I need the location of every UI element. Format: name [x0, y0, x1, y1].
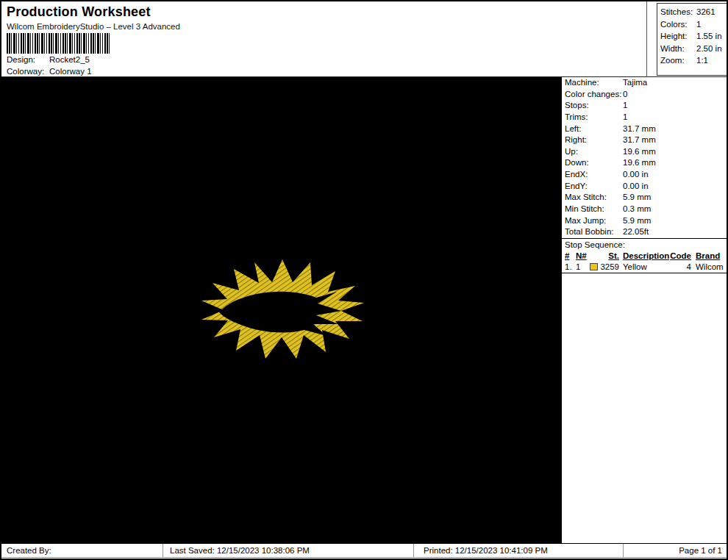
col-num: #	[565, 251, 576, 262]
thread-color-swatch	[590, 263, 598, 270]
info-stops: Stops:1	[562, 100, 727, 112]
design-value: Rocket2_5	[49, 55, 90, 64]
machine-info-panel: Machine:Tajima Color changes:0 Stops:1 T…	[561, 77, 727, 543]
info-right: Right:31.7 mm	[562, 134, 727, 146]
design-label: Design:	[7, 55, 49, 64]
stat-colors: Colors:1	[660, 18, 727, 31]
colorway-value: Colorway 1	[49, 67, 92, 76]
info-total-bobbin: Total Bobbin:22.05ft	[562, 226, 727, 238]
info-left: Left:31.7 mm	[562, 123, 727, 135]
page-number: Page 1 of 1	[624, 544, 727, 558]
colorway-label: Colorway:	[7, 67, 49, 76]
thread-brand: Wilcom	[691, 262, 724, 273]
stat-height: Height:1.55 in	[660, 30, 727, 43]
production-worksheet-page: Production Worksheet Wilcom EmbroiderySt…	[0, 0, 728, 560]
info-down: Down:19.6 mm	[562, 157, 727, 169]
col-stitches: St.	[590, 251, 619, 262]
col-description: Description	[619, 251, 670, 262]
header-divider	[646, 1, 647, 77]
stitch-canvas	[1, 77, 561, 543]
stat-width: Width:2.50 in	[660, 43, 727, 55]
stop-sequence-title: Stop Sequence:	[562, 239, 727, 251]
stat-zoom: Zoom:1:1	[660, 54, 727, 67]
stop-sequence-row: 1. 1 3259 Yellow 4 Wilcom	[562, 262, 727, 273]
info-machine: Machine:Tajima	[562, 77, 727, 89]
info-min-stitch: Min Stitch:0.3 mm	[562, 204, 727, 215]
software-subtitle: Wilcom EmbroideryStudio – Level 3 Advanc…	[7, 22, 180, 31]
col-code: Code	[670, 251, 691, 262]
info-max-stitch: Max Stitch:5.9 mm	[562, 192, 727, 204]
col-brand: Brand	[691, 251, 720, 262]
design-barcode	[7, 33, 110, 54]
info-up: Up:19.6 mm	[562, 146, 727, 158]
info-max-jump: Max Jump:5.9 mm	[562, 215, 727, 227]
printed: Printed: 12/15/2023 10:41:09 PM	[414, 544, 624, 558]
embroidery-design-rocket	[197, 258, 368, 361]
design-name-row: Design: Rocket2_5	[7, 55, 90, 64]
info-endx: EndX:0.00 in	[562, 169, 727, 181]
created-by: Created By:	[1, 544, 163, 558]
design-stats-box: Stitches:3261 Colors:1 Height:1.55 in Wi…	[657, 3, 727, 76]
main-area: Machine:Tajima Color changes:0 Stops:1 T…	[1, 77, 727, 543]
page-title: Production Worksheet	[7, 4, 151, 20]
stop-sequence-bottom-rule	[562, 273, 727, 273]
col-needle: N#	[576, 251, 590, 262]
colorway-row: Colorway: Colorway 1	[7, 67, 92, 76]
thread-code: 4	[670, 262, 691, 273]
stop-sequence-header: # N# St. Description Code Brand	[562, 251, 727, 262]
info-trims: Trims:1	[562, 112, 727, 123]
header: Production Worksheet Wilcom EmbroiderySt…	[1, 1, 727, 77]
thread-description: Yellow	[619, 262, 670, 273]
footer: Created By: Last Saved: 12/15/2023 10:38…	[1, 543, 727, 558]
stat-stitches: Stitches:3261	[660, 6, 727, 18]
info-endy: EndY:0.00 in	[562, 181, 727, 193]
info-color-changes: Color changes:0	[562, 89, 727, 101]
last-saved: Last Saved: 12/15/2023 10:38:06 PM	[163, 544, 414, 558]
